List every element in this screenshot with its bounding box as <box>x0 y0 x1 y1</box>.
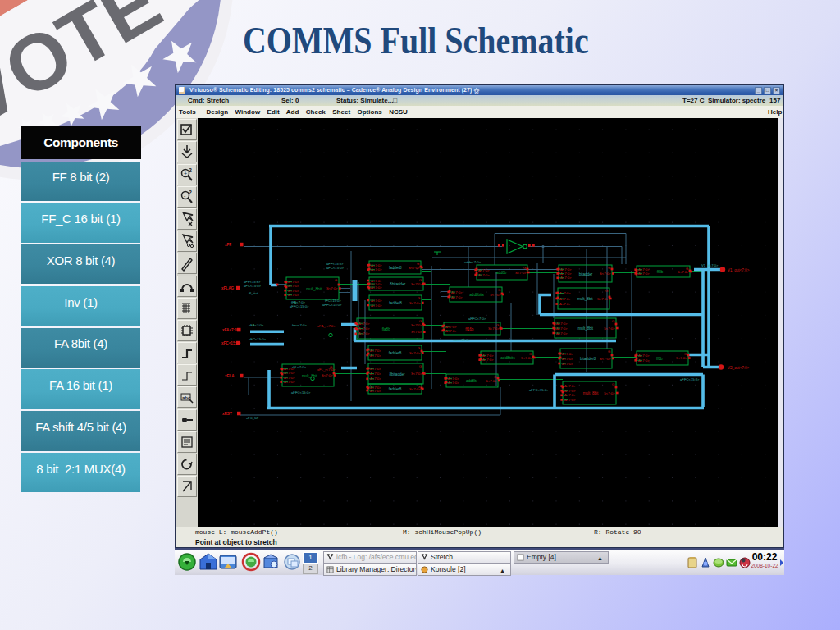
svg-text:xFLA: xFLA <box>225 374 235 378</box>
svg-text:G: G <box>612 382 614 386</box>
svg-text:G: G <box>419 319 422 323</box>
svg-text:xFF: xFF <box>225 243 231 247</box>
svg-text:aFFC<15:0>: aFFC<15:0> <box>291 390 311 395</box>
svg-text:S<7:0>: S<7:0> <box>411 372 422 376</box>
svg-text:G: G <box>523 266 526 270</box>
svg-text:G: G <box>419 278 422 282</box>
svg-text:abc: abc <box>182 395 191 400</box>
svg-text:8bitadder: 8bitadder <box>389 372 405 377</box>
svg-text:ff8b: ff8b <box>657 270 664 274</box>
svg-text:addn<7:0>: addn<7:0> <box>464 260 482 264</box>
svg-text:aFFC<15:8>: aFFC<15:8> <box>680 377 700 381</box>
svg-text:mult_8bit: mult_8bit <box>578 297 593 301</box>
svg-text:xFL_r<7:0>: xFL_r<7:0> <box>317 368 336 372</box>
svg-text:fadder8: fadder8 <box>389 351 402 355</box>
svg-text:fadder8: fadder8 <box>389 266 402 270</box>
svg-text:G: G <box>529 352 532 356</box>
svg-text:mult_8bit: mult_8bit <box>578 326 594 331</box>
svg-text:G: G <box>494 375 496 379</box>
svg-text:G: G <box>418 296 420 300</box>
svg-text:S<7:0>: S<7:0> <box>490 293 501 297</box>
svg-text:S<7:0>: S<7:0> <box>604 326 615 331</box>
svg-text:S<7:0>: S<7:0> <box>515 271 527 275</box>
svg-text:add8bits: add8bits <box>469 293 484 297</box>
svg-text:S<7:0>: S<7:0> <box>604 391 615 395</box>
svg-text:G: G <box>335 278 337 282</box>
svg-text:G: G <box>496 323 499 327</box>
svg-text:mult_8bit: mult_8bit <box>583 391 599 395</box>
svg-text:add8bits: add8bits <box>500 356 515 360</box>
svg-text:xFC_SF: xFC_SF <box>246 416 259 420</box>
svg-text:V1_d<7:0>: V1_d<7:0> <box>701 263 719 267</box>
svg-text:aFFC<15:0>: aFFC<15:0> <box>290 304 309 308</box>
svg-text:aFA<7:0>: aFA<7:0> <box>249 323 264 327</box>
svg-text:ff16b: ff16b <box>465 327 474 331</box>
svg-text:S<7:0>: S<7:0> <box>521 356 532 360</box>
svg-text:aFFC<15:0>: aFFC<15:0> <box>529 388 549 392</box>
svg-text:add8b: add8b <box>466 379 477 383</box>
svg-text:2: 2 <box>189 189 192 195</box>
svg-text:G: G <box>417 262 419 266</box>
svg-text:G: G <box>608 266 610 270</box>
svg-text:aFFC<15:0>: aFFC<15:0> <box>322 303 342 307</box>
svg-text:S<7:0>: S<7:0> <box>409 301 421 305</box>
svg-text:G: G <box>605 289 608 293</box>
svg-text:V1_out<7:0>: V1_out<7:0> <box>728 268 750 272</box>
svg-text:add8b: add8b <box>496 271 507 275</box>
svg-text:bitadder: bitadder <box>579 272 593 276</box>
svg-text:aFC<15:0>: aFC<15:0> <box>249 337 267 341</box>
svg-text:S<7:0>: S<7:0> <box>322 373 333 377</box>
svg-text:S<7:0>: S<7:0> <box>409 266 420 270</box>
svg-text:G: G <box>418 385 420 389</box>
svg-text:sum<15:0>: sum<15:0> <box>453 338 471 342</box>
svg-text:xFA_r<7:0>: xFA_r<7:0> <box>317 324 336 328</box>
svg-text:S<7:0>: S<7:0> <box>411 323 422 327</box>
svg-text:G: G <box>419 364 422 368</box>
svg-text:V2_out<7:0>: V2_out<7:0> <box>728 366 750 370</box>
svg-text:2: 2 <box>189 167 192 173</box>
svg-text:G: G <box>498 288 500 292</box>
svg-text:fmu<7:0>: fmu<7:0> <box>292 323 307 327</box>
svg-text:xFLAG: xFLAG <box>221 286 234 290</box>
svg-text:S<7:0>: S<7:0> <box>676 356 687 360</box>
svg-text:G: G <box>684 352 687 356</box>
svg-text:S<7:0>: S<7:0> <box>411 330 422 334</box>
svg-text:xFA<7:0>: xFA<7:0> <box>222 328 240 332</box>
svg-text:G: G <box>612 319 614 323</box>
svg-text:S<7:0>: S<7:0> <box>486 379 497 383</box>
svg-text:S<7:0>: S<7:0> <box>488 326 500 331</box>
svg-text:mult_8bit: mult_8bit <box>306 287 322 291</box>
svg-text:S<7:0>: S<7:0> <box>409 351 421 355</box>
svg-text:8bitadder: 8bitadder <box>390 282 406 286</box>
svg-text:fadder8: fadder8 <box>389 387 402 391</box>
svg-text:xRST: xRST <box>222 412 232 416</box>
svg-text:S<7:0>: S<7:0> <box>326 286 338 290</box>
svg-text:-: - <box>184 192 186 198</box>
svg-text:rFL<7:0>: rFL<7:0> <box>292 365 307 369</box>
svg-text:fadder8: fadder8 <box>389 301 402 305</box>
svg-text:G: G <box>418 346 420 350</box>
svg-text:aFC<15:0>: aFC<15:0> <box>326 266 345 270</box>
svg-text:S<7:0>: S<7:0> <box>600 357 611 361</box>
svg-text:ff8b: ff8b <box>656 357 663 361</box>
svg-text:mult_8bit: mult_8bit <box>302 374 317 378</box>
svg-text:aFC<15:0>: aFC<15:0> <box>244 284 262 288</box>
svg-text:fla8b: fla8b <box>382 327 390 331</box>
svg-text:S<7:0>: S<7:0> <box>411 282 422 286</box>
svg-text:S<7:0>: S<7:0> <box>600 272 611 276</box>
svg-text:G: G <box>608 349 610 354</box>
svg-text:+: + <box>184 170 187 176</box>
svg-text:aFFC<7:0>: aFFC<7:0> <box>468 317 486 321</box>
svg-text:G: G <box>686 267 688 271</box>
svg-text:bitadder8: bitadder8 <box>580 357 596 361</box>
svg-text:ffl_out: ffl_out <box>249 291 258 295</box>
svg-text:S<7:0>: S<7:0> <box>597 297 609 301</box>
